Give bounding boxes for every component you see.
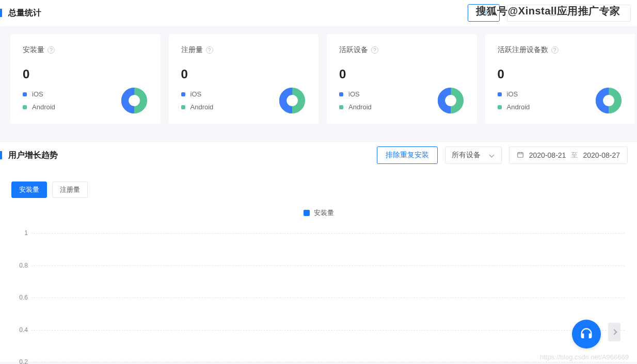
gridline [31, 297, 625, 298]
calendar-icon [517, 151, 524, 160]
stat-card-registers: 注册量 ? 0 iOS Android [169, 34, 319, 124]
section-total-title: 总量统计 [8, 8, 41, 19]
gridline [31, 233, 625, 234]
legend-android: Android [507, 103, 530, 111]
y-axis-tick: 0.2 [12, 358, 28, 364]
legend-dot-android [339, 105, 343, 109]
exclude-duplicate-button[interactable]: 排除重复安装 [377, 146, 438, 164]
donut-chart [278, 87, 306, 114]
section-total-stats: 搜狐号@Xinstall应用推广专家 总量统计 排除 2020-08 安装量 ?… [0, 0, 637, 132]
legend-dot-android [498, 105, 502, 109]
legend-dot-android [23, 105, 27, 109]
section-total-header: 总量统计 排除 2020-08 [0, 0, 637, 26]
device-select[interactable]: 所有设备 [445, 146, 502, 164]
headset-icon [579, 327, 594, 341]
stats-cards-row: 安装量 ? 0 iOS Android 注册量 ? 0 [0, 26, 637, 132]
legend-ios: iOS [507, 90, 518, 98]
donut-legend: iOS Android [498, 90, 530, 111]
trend-tab-row: 安装量 注册量 [0, 168, 637, 203]
y-axis-tick: 0.8 [12, 262, 28, 269]
tab-installs[interactable]: 安装量 [11, 181, 47, 198]
y-axis-tick: 0.6 [12, 294, 28, 301]
stat-card-title-text: 注册量 [181, 45, 203, 55]
date-separator: 至 [571, 151, 578, 160]
chart-legend-label: 安装量 [314, 208, 334, 218]
donut-legend: iOS Android [23, 90, 55, 111]
gridline [31, 266, 625, 266]
svg-rect-9 [518, 152, 523, 157]
svg-rect-0 [550, 10, 556, 14]
stat-card-title-text: 活跃注册设备数 [498, 45, 548, 55]
help-icon[interactable]: ? [371, 46, 378, 54]
title-accent-bar [0, 151, 2, 159]
section-trend-title: 用户增长趋势 [8, 150, 58, 161]
legend-ios: iOS [190, 90, 202, 98]
legend-dot-ios [339, 92, 343, 96]
line-chart: 10.80.60.40.2 [12, 233, 625, 362]
donut-legend: iOS Android [339, 90, 372, 111]
stat-card-active-devices: 活跃设备 ? 0 iOS Android [327, 34, 477, 124]
section-growth-trend: 用户增长趋势 排除重复安装 所有设备 2020-08-21 至 2020-08-… [0, 142, 637, 362]
support-fab[interactable] [572, 320, 601, 349]
date-from: 2020-08-21 [529, 151, 566, 159]
legend-android: Android [348, 103, 372, 111]
tab-registers[interactable]: 注册量 [52, 181, 88, 198]
help-icon[interactable]: ? [47, 46, 55, 54]
donut-chart [595, 87, 623, 114]
date-range-picker[interactable]: 2020-08-21 至 2020-08-27 [509, 146, 628, 164]
donut-legend: iOS Android [181, 90, 214, 111]
stat-card-title-text: 活跃设备 [339, 45, 368, 55]
chevron-down-icon [490, 153, 495, 158]
section-trend-header: 用户增长趋势 排除重复安装 所有设备 2020-08-21 至 2020-08-… [0, 142, 637, 168]
legend-dot-android [181, 105, 185, 109]
help-icon[interactable]: ? [551, 46, 559, 54]
legend-dot-ios [498, 92, 502, 96]
stat-card-value: 0 [181, 67, 307, 81]
legend-dot-ios [181, 92, 185, 96]
stat-card-value: 0 [339, 67, 465, 81]
legend-android: Android [190, 103, 214, 111]
carousel-next-button[interactable] [608, 323, 620, 341]
chart-legend: 安装量 [0, 208, 637, 218]
stat-card-value: 0 [23, 67, 148, 81]
calendar-icon [549, 9, 556, 18]
legend-ios: iOS [32, 90, 43, 98]
date-range-top-text: 2020-08 [562, 9, 588, 17]
device-select-label: 所有设备 [452, 151, 481, 160]
donut-chart [437, 87, 465, 114]
date-range-top[interactable]: 2020-08 [507, 5, 631, 22]
date-to: 2020-08-27 [583, 151, 620, 159]
stat-card-value: 0 [498, 67, 623, 81]
y-axis-tick: 0.4 [12, 326, 28, 334]
title-accent-bar [0, 9, 2, 17]
exclude-duplicate-button-top[interactable]: 排除 [468, 4, 500, 22]
legend-ios: iOS [348, 90, 360, 98]
legend-dot-ios [23, 92, 27, 96]
legend-swatch [304, 210, 310, 216]
donut-chart [120, 87, 148, 114]
stat-card-active-reg-devices: 活跃注册设备数 ? 0 iOS Android [485, 34, 635, 124]
help-icon[interactable]: ? [206, 46, 213, 54]
legend-android: Android [32, 103, 55, 111]
gridline [31, 330, 625, 330]
gridline [31, 362, 625, 362]
stat-card-installs: 安装量 ? 0 iOS Android [10, 34, 161, 124]
stat-card-title-text: 安装量 [23, 45, 44, 55]
y-axis-tick: 1 [12, 229, 28, 237]
